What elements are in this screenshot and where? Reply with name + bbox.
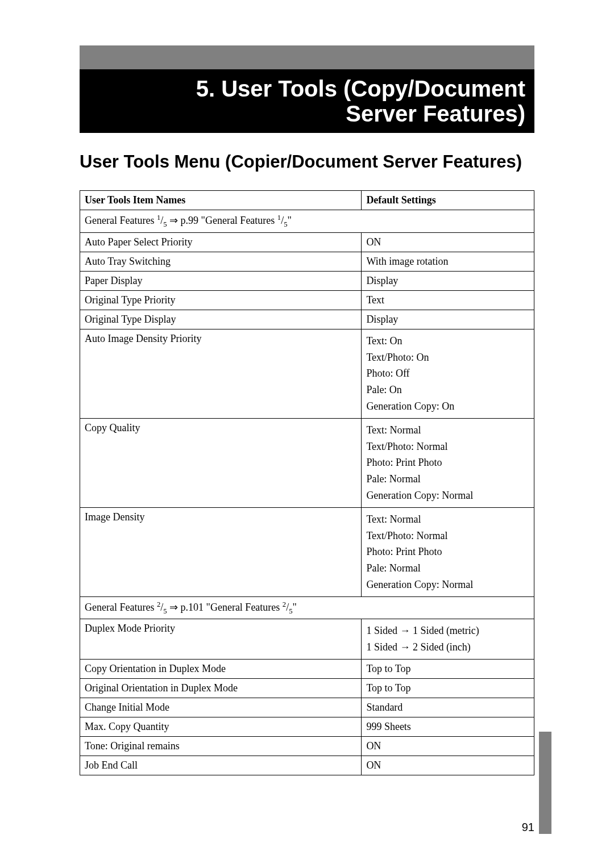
table-row: Tone: Original remains ON xyxy=(80,736,534,756)
item-name: Copy Quality xyxy=(80,418,362,507)
table-row: Change Initial Mode Standard xyxy=(80,698,534,717)
chapter-title: 5. User Tools (Copy/Document Server Feat… xyxy=(89,76,525,126)
table-row-auto-image-density: Auto Image Density Priority Text: On Tex… xyxy=(80,329,534,418)
item-value: ON xyxy=(362,756,534,775)
item-value: ON xyxy=(362,232,534,252)
chapter-title-line2: Server Features) xyxy=(346,101,525,126)
item-name: Duplex Mode Priority xyxy=(80,619,362,660)
chapter-band xyxy=(80,45,534,69)
item-value: Text xyxy=(362,290,534,310)
item-value: Standard xyxy=(362,698,534,717)
table-row: Max. Copy Quantity 999 Sheets xyxy=(80,717,534,736)
table-row-copy-quality: Copy Quality Text: Normal Text/Photo: No… xyxy=(80,418,534,507)
table-row: Auto Tray Switching With image rotation xyxy=(80,252,534,271)
group-header-general-features-1-5: General Features 1/5 ⇒ p.99 "General Fea… xyxy=(80,210,534,233)
table-row: Original Type Display Display xyxy=(80,310,534,329)
item-name: Change Initial Mode xyxy=(80,698,362,717)
page-number: 91 xyxy=(522,821,534,834)
table-row: Original Orientation in Duplex Mode Top … xyxy=(80,678,534,698)
item-name: Paper Display xyxy=(80,271,362,290)
settings-table: User Tools Item Names Default Settings G… xyxy=(80,190,534,775)
item-value: 1 Sided → 1 Sided (metric) 1 Sided → 2 S… xyxy=(362,619,534,660)
chapter-title-block: 5. User Tools (Copy/Document Server Feat… xyxy=(80,69,534,133)
section-title: User Tools Menu (Copier/Document Server … xyxy=(80,151,534,172)
item-value: Display xyxy=(362,271,534,290)
item-value: 999 Sheets xyxy=(362,717,534,736)
group-header-text: General Features 2/5 ⇒ p.101 "General Fe… xyxy=(80,596,534,619)
item-name: Auto Image Density Priority xyxy=(80,329,362,418)
item-value: With image rotation xyxy=(362,252,534,271)
header-item-names: User Tools Item Names xyxy=(80,191,362,210)
table-row: Job End Call ON xyxy=(80,756,534,775)
table-row-image-density: Image Density Text: Normal Text/Photo: N… xyxy=(80,507,534,596)
table-row: Original Type Priority Text xyxy=(80,290,534,310)
item-value: Text: Normal Text/Photo: Normal Photo: P… xyxy=(362,507,534,596)
item-name: Max. Copy Quantity xyxy=(80,717,362,736)
header-default-settings: Default Settings xyxy=(362,191,534,210)
item-name: Original Type Priority xyxy=(80,290,362,310)
group-header-general-features-2-5: General Features 2/5 ⇒ p.101 "General Fe… xyxy=(80,596,534,619)
item-name: Job End Call xyxy=(80,756,362,775)
item-value: Top to Top xyxy=(362,678,534,698)
table-row-duplex-mode: Duplex Mode Priority 1 Sided → 1 Sided (… xyxy=(80,619,534,660)
item-value: Text: On Text/Photo: On Photo: Off Pale:… xyxy=(362,329,534,418)
item-name: Original Type Display xyxy=(80,310,362,329)
table-row: Copy Orientation in Duplex Mode Top to T… xyxy=(80,659,534,678)
item-name: Auto Tray Switching xyxy=(80,252,362,271)
item-name: Original Orientation in Duplex Mode xyxy=(80,678,362,698)
item-value: ON xyxy=(362,736,534,756)
item-name: Copy Orientation in Duplex Mode xyxy=(80,659,362,678)
chapter-title-line1: 5. User Tools (Copy/Document xyxy=(196,76,525,101)
group-header-text: General Features 1/5 ⇒ p.99 "General Fea… xyxy=(80,210,534,233)
table-header-row: User Tools Item Names Default Settings xyxy=(80,191,534,210)
item-value: Text: Normal Text/Photo: Normal Photo: P… xyxy=(362,418,534,507)
item-value: Display xyxy=(362,310,534,329)
table-row: Paper Display Display xyxy=(80,271,534,290)
item-name: Tone: Original remains xyxy=(80,736,362,756)
side-tab-marker xyxy=(539,732,551,834)
page-content: 5. User Tools (Copy/Document Server Feat… xyxy=(0,0,614,821)
item-name: Auto Paper Select Priority xyxy=(80,232,362,252)
item-name: Image Density xyxy=(80,507,362,596)
item-value: Top to Top xyxy=(362,659,534,678)
table-row: Auto Paper Select Priority ON xyxy=(80,232,534,252)
